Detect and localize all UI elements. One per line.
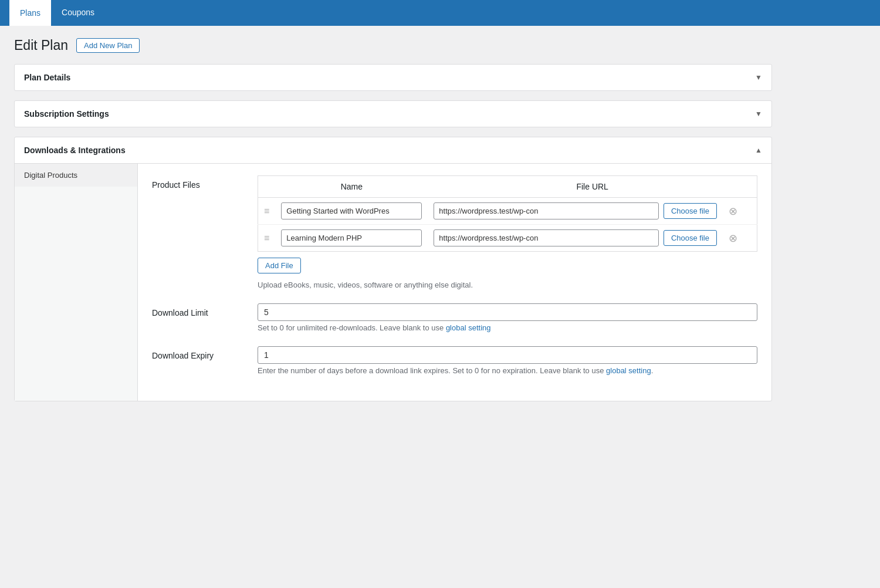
drag-column-header — [258, 176, 276, 198]
product-files-label: Product Files — [152, 175, 246, 190]
plan-details-header[interactable]: Plan Details ▼ — [15, 65, 771, 90]
download-limit-input[interactable] — [258, 303, 757, 321]
subscription-settings-label: Subscription Settings — [24, 109, 109, 119]
file-url-input[interactable] — [434, 229, 659, 246]
table-row: ≡ Choose file — [258, 225, 757, 252]
file-url-column-header: File URL — [428, 176, 757, 198]
chevron-down-icon: ▼ — [755, 110, 762, 118]
tab-coupons[interactable]: Coupons — [51, 0, 105, 26]
subscription-settings-section: Subscription Settings ▼ — [14, 100, 772, 127]
add-file-button[interactable]: Add File — [258, 258, 301, 273]
downloads-integrations-label: Downloads & Integrations — [24, 146, 126, 155]
downloads-integrations-body: Digital Products Product Files Name Fi — [15, 163, 771, 401]
tab-plans[interactable]: Plans — [9, 0, 51, 26]
drag-handle-icon[interactable]: ≡ — [264, 233, 269, 244]
product-files-row: Product Files Name File URL — [152, 175, 757, 289]
product-files-field: Name File URL ≡ — [258, 175, 757, 289]
plan-details-section: Plan Details ▼ — [14, 64, 772, 91]
downloads-main-content: Product Files Name File URL — [138, 164, 771, 401]
file-url-input[interactable] — [434, 202, 659, 219]
top-navigation: Plans Coupons — [0, 0, 880, 26]
download-expiry-label: Download Expiry — [152, 346, 246, 360]
product-files-help: Upload eBooks, music, videos, software o… — [258, 281, 757, 289]
file-name-input[interactable] — [281, 229, 422, 246]
file-url-cell: Choose file — [434, 202, 717, 219]
download-expiry-field: Enter the number of days before a downlo… — [258, 346, 757, 375]
file-url-cell: Choose file — [434, 229, 717, 246]
downloads-integrations-section: Downloads & Integrations ▲ Digital Produ… — [14, 137, 772, 401]
download-limit-label: Download Limit — [152, 303, 246, 317]
downloads-integrations-header[interactable]: Downloads & Integrations ▲ — [15, 137, 771, 163]
table-row: ≡ Choose file — [258, 198, 757, 225]
page-title: Edit Plan — [14, 38, 68, 53]
remove-file-button[interactable]: ⊗ — [729, 205, 737, 218]
product-files-table: Name File URL ≡ — [258, 175, 757, 252]
chevron-down-icon: ▼ — [755, 73, 762, 82]
plan-details-label: Plan Details — [24, 73, 70, 82]
choose-file-button[interactable]: Choose file — [664, 203, 717, 219]
subscription-settings-header[interactable]: Subscription Settings ▼ — [15, 101, 771, 127]
choose-file-button[interactable]: Choose file — [664, 230, 717, 246]
page-header: Edit Plan Add New Plan — [14, 38, 772, 53]
page-content: Edit Plan Add New Plan Plan Details ▼ Su… — [0, 26, 786, 423]
add-new-plan-button[interactable]: Add New Plan — [76, 38, 140, 53]
download-expiry-help: Enter the number of days before a downlo… — [258, 366, 757, 375]
sidebar-item-digital-products[interactable]: Digital Products — [15, 164, 137, 187]
download-expiry-input[interactable] — [258, 346, 757, 364]
downloads-sidebar: Digital Products — [15, 164, 138, 401]
download-limit-help: Set to 0 for unlimited re-downloads. Lea… — [258, 323, 757, 332]
file-name-input[interactable] — [281, 202, 422, 219]
name-column-header: Name — [275, 176, 428, 198]
download-limit-field: Set to 0 for unlimited re-downloads. Lea… — [258, 303, 757, 332]
drag-handle-icon[interactable]: ≡ — [264, 206, 269, 217]
download-expiry-global-setting-link[interactable]: global setting — [606, 366, 651, 375]
remove-file-button[interactable]: ⊗ — [729, 232, 737, 245]
chevron-up-icon: ▲ — [755, 146, 762, 154]
download-limit-row: Download Limit Set to 0 for unlimited re… — [152, 303, 757, 332]
download-expiry-row: Download Expiry Enter the number of days… — [152, 346, 757, 375]
download-limit-global-setting-link[interactable]: global setting — [446, 323, 491, 332]
